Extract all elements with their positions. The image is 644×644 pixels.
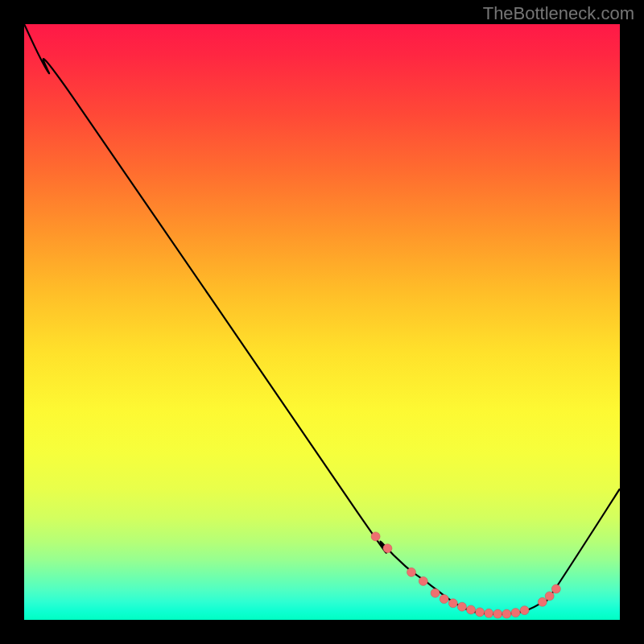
attribution-text: TheBottleneck.com	[483, 3, 634, 24]
marker-dot	[371, 532, 380, 541]
marker-dot	[551, 584, 560, 593]
plot-area	[24, 24, 620, 620]
curve-svg	[24, 24, 620, 620]
marker-dot	[407, 568, 416, 576]
marker-dot	[545, 592, 554, 601]
marker-dot	[502, 609, 511, 618]
bottleneck-curve	[24, 24, 620, 614]
marker-dot	[476, 608, 485, 617]
marker-dot	[538, 597, 547, 606]
marker-dot	[383, 544, 392, 553]
marker-dot	[467, 605, 476, 614]
marker-dot	[485, 609, 493, 617]
marker-dot	[511, 609, 520, 617]
marker-dots	[371, 532, 560, 618]
marker-dot	[520, 606, 529, 615]
marker-dot	[493, 609, 502, 618]
marker-dot	[419, 576, 427, 585]
marker-dot	[431, 588, 440, 597]
marker-dot	[457, 602, 466, 611]
marker-dot	[448, 599, 457, 608]
marker-dot	[440, 595, 448, 604]
